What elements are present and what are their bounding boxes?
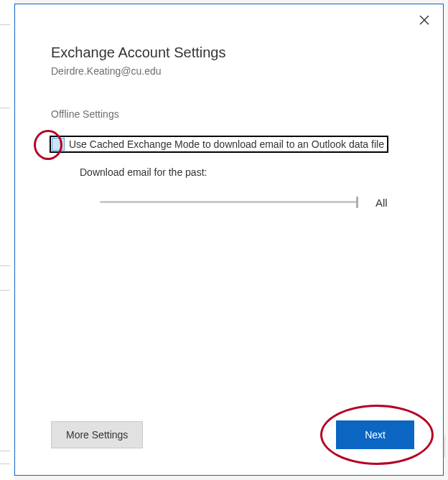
cached-mode-checkbox-label: Use Cached Exchange Mode to download ema… (69, 138, 384, 150)
slider-thumb[interactable] (356, 197, 358, 208)
more-settings-button[interactable]: More Settings (51, 421, 143, 448)
offline-settings-label: Offline Settings (51, 108, 407, 120)
dialog-subtitle: Deirdre.Keating@cu.edu (51, 65, 407, 77)
next-button-wrap: Next (336, 420, 414, 449)
download-slider[interactable] (100, 195, 358, 210)
close-button[interactable] (416, 11, 433, 29)
dialog-title: Exchange Account Settings (51, 44, 407, 61)
next-button[interactable]: Next (336, 420, 414, 449)
close-icon (419, 15, 429, 25)
background-right-edge (444, 436, 448, 457)
cached-mode-checkbox-row[interactable]: Use Cached Exchange Mode to download ema… (50, 136, 388, 153)
slider-value-label: All (375, 197, 388, 209)
exchange-settings-dialog: Exchange Account Settings Deirdre.Keatin… (14, 4, 444, 476)
download-slider-row: All (100, 195, 407, 210)
background-left-edge (0, 0, 14, 480)
slider-track (100, 201, 358, 203)
cached-mode-checkbox[interactable] (52, 138, 65, 151)
download-past-label: Download email for the past: (80, 166, 407, 178)
dialog-button-row: More Settings Next (51, 420, 414, 449)
dialog-content: Exchange Account Settings Deirdre.Keatin… (15, 4, 443, 210)
